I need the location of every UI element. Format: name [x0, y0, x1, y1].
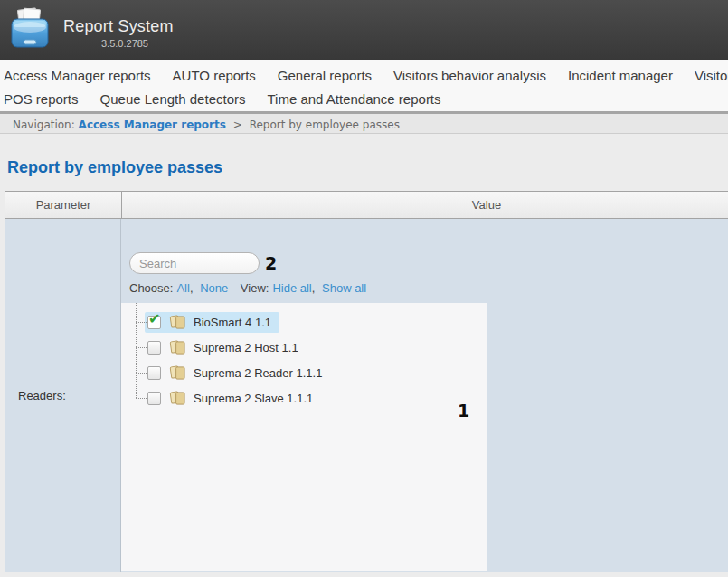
menu-item-visitors-counters[interactable]: Visitors c [695, 68, 728, 83]
readers-tree: BioSmart 4 1.1 Suprema 2 Host 1.1 [121, 303, 487, 411]
reader-device-icon [169, 340, 186, 355]
breadcrumb-label: Navigation: [13, 118, 75, 131]
menu-item-incident-manager[interactable]: Incident manager [568, 68, 673, 83]
tree-item: Suprema 2 Host 1.1 [121, 335, 487, 360]
tree-item-row-content[interactable]: Suprema 2 Reader 1.1.1 [145, 363, 330, 383]
breadcrumb-separator: > [233, 118, 242, 131]
menu-item-time-and-attendance-reports[interactable]: Time and Attendance reports [267, 91, 440, 107]
view-show-all-link[interactable]: Show all [322, 281, 366, 295]
choose-view-links-row: Choose:All, None View:Hide all, Show all [129, 281, 366, 295]
reader-device-icon [169, 315, 186, 330]
menu-item-pos-reports[interactable]: POS reports [4, 91, 79, 107]
reader-device-icon [169, 365, 186, 381]
reader-label: Suprema 2 Reader 1.1.1 [194, 366, 322, 380]
menu-row-2: POS reports Queue Length detectors Time … [0, 88, 728, 110]
view-hide-all-link[interactable]: Hide all [272, 281, 311, 295]
menu-item-access-manager-reports[interactable]: Access Manager reports [4, 68, 151, 83]
reader-checkbox[interactable] [147, 366, 161, 380]
search-row: 2 [129, 252, 277, 274]
table-header-row: Parameter Value [5, 192, 728, 219]
annotation-marker-2: 2 [265, 253, 277, 273]
reader-checkbox[interactable] [147, 392, 161, 405]
comma-separator: , [190, 281, 194, 295]
value-column-header: Value [122, 192, 728, 218]
app-header: Report System 3.5.0.2785 [0, 0, 728, 60]
tree-item-row-content[interactable]: Suprema 2 Slave 1.1.1 [145, 388, 321, 409]
breadcrumb-link-access-manager-reports[interactable]: Access Manager reports [79, 118, 226, 131]
breadcrumb-current-page: Report by employee passes [250, 118, 400, 131]
annotation-marker-1: 1 [458, 401, 469, 421]
readers-list-panel: BioSmart 4 1.1 Suprema 2 Host 1.1 [121, 303, 487, 571]
view-label: View: [241, 281, 269, 295]
choose-label: Choose: [129, 281, 173, 295]
reader-checkbox[interactable] [147, 316, 161, 329]
comma-separator: , [312, 281, 316, 295]
app-version: 3.5.0.2785 [101, 38, 148, 49]
reader-device-icon [169, 391, 186, 406]
app-logo-icon [8, 7, 52, 52]
reader-label: Suprema 2 Slave 1.1.1 [194, 392, 313, 405]
readers-value-cell: 2 Choose:All, None View:Hide all, Show a… [121, 219, 728, 572]
choose-all-link[interactable]: All [176, 281, 189, 295]
reader-label: Suprema 2 Host 1.1 [194, 341, 298, 355]
reader-checkbox[interactable] [147, 341, 161, 355]
tree-item: Suprema 2 Reader 1.1.1 [121, 360, 487, 385]
tree-item-row-content[interactable]: BioSmart 4 1.1 [145, 312, 279, 333]
tree-item-row-content[interactable]: Suprema 2 Host 1.1 [145, 337, 307, 358]
breadcrumb: Navigation: Access Manager reports > Rep… [0, 111, 728, 134]
menu-item-queue-length-detectors[interactable]: Queue Length detectors [100, 91, 246, 107]
table-row: Readers: 2 Choose:All, None View:Hide al… [5, 219, 728, 572]
tree-item: Suprema 2 Slave 1.1.1 [121, 385, 487, 411]
page-title: Report by employee passes [7, 158, 222, 177]
menu-item-general-reports[interactable]: General reports [278, 68, 372, 83]
tree-item: BioSmart 4 1.1 [121, 309, 487, 335]
app-title: Report System [63, 17, 174, 36]
menu-item-visitors-behavior-analysis[interactable]: Visitors behavior analysis [393, 68, 546, 83]
search-input[interactable] [129, 252, 260, 274]
choose-none-link[interactable]: None [200, 281, 228, 295]
menu-row-1: Access Manager reports AUTO reports Gene… [0, 63, 728, 88]
menu-item-auto-reports[interactable]: AUTO reports [173, 68, 256, 83]
menubar: Access Manager reports AUTO reports Gene… [0, 60, 728, 112]
parameter-table: Parameter Value Readers: 2 Choose:All, N… [5, 191, 728, 572]
readers-parameter-label: Readers: [5, 219, 121, 572]
reader-label: BioSmart 4 1.1 [194, 316, 271, 329]
parameter-column-header: Parameter [5, 192, 122, 218]
